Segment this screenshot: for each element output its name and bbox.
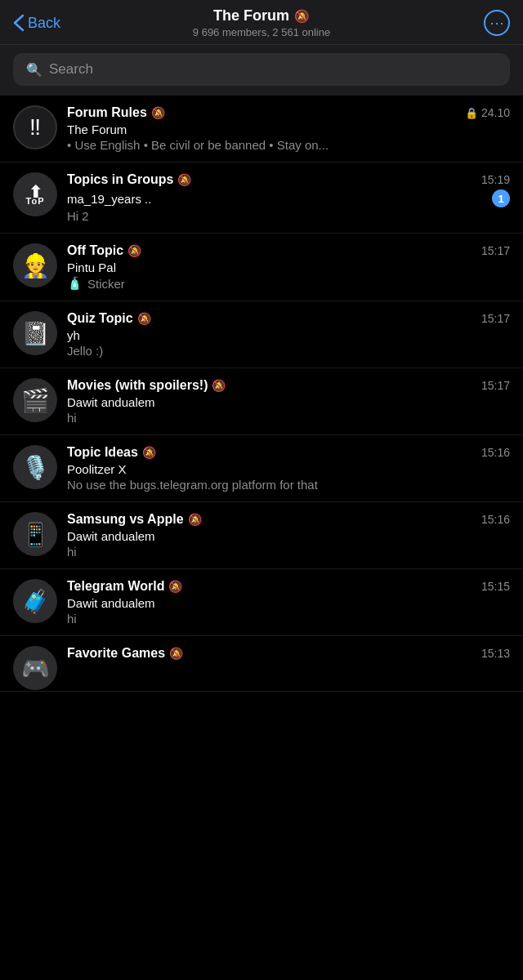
search-input[interactable]: 🔍 Search [13,53,510,86]
chat-sender: Pintu Pal [67,261,116,274]
header-title: The Forum 🔕 [193,7,330,24]
chat-content: Telegram World 🔕 15:15 Dawit andualem hi [67,579,510,626]
chat-name: Favorite Games 🔕 [67,646,183,661]
unread-badge: 1 [492,189,510,207]
header-center: The Forum 🔕 9 696 members, 2 561 online [193,7,330,38]
muted-icon: 🔕 [151,106,165,119]
chat-name: Quiz Topic 🔕 [67,311,151,326]
mute-icon: 🔕 [294,9,310,24]
avatar: 📱 [13,512,57,556]
lock-icon: 🔒 [465,107,478,119]
chat-preview: Jello :) [67,344,510,358]
chat-time: 15:19 [481,173,510,186]
search-bar: 🔍 Search [0,45,523,96]
list-item[interactable]: ⬆ ToP Topics in Groups 🔕 15:19 ma_19_yea… [0,163,523,234]
list-item[interactable]: ‼️ Forum Rules 🔕 🔒 24.10 The Forum • Use… [0,96,523,163]
muted-icon: 🔕 [137,312,151,325]
chat-sender: Dawit andualem [67,395,155,409]
avatar: 🎙️ [13,445,57,489]
avatar: ‼️ [13,105,57,149]
list-item[interactable]: 👷 Off Topic 🔕 15:17 Pintu Pal 🧴 Sticker [0,234,523,301]
chat-time: 🔒 24.10 [465,106,510,119]
list-item[interactable]: 📱 Samsung vs Apple 🔕 15:16 Dawit anduale… [0,502,523,569]
chat-sender: yh [67,328,80,342]
chat-name: Forum Rules 🔕 [67,105,165,120]
chat-time: 15:15 [481,580,510,593]
chat-content: Topic Ideas 🔕 15:16 Poolitzer X No use t… [67,445,510,492]
avatar: 🧳 [13,579,57,623]
search-icon: 🔍 [26,62,42,78]
chat-content: Off Topic 🔕 15:17 Pintu Pal 🧴 Sticker [67,243,510,291]
chat-time: 15:13 [481,647,510,660]
back-label: Back [28,15,60,32]
chat-preview: No use the bugs.telegram.org platform fo… [67,478,510,492]
chat-name: Samsung vs Apple 🔕 [67,512,202,527]
chat-list: ‼️ Forum Rules 🔕 🔒 24.10 The Forum • Use… [0,96,523,692]
list-item[interactable]: 🎙️ Topic Ideas 🔕 15:16 Poolitzer X No us… [0,435,523,502]
chat-name: Telegram World 🔕 [67,579,182,594]
avatar: 📓 [13,311,57,355]
chat-preview: Hi 2 [67,209,510,223]
chat-time: 15:17 [481,312,510,325]
chat-preview: 🧴 Sticker [67,276,510,291]
chat-preview: hi [67,545,510,559]
list-item[interactable]: 🎮 Favorite Games 🔕 15:13 [0,636,523,692]
chat-content: Favorite Games 🔕 15:13 [67,646,510,665]
chat-time: 15:17 [481,244,510,257]
header-subtitle: 9 696 members, 2 561 online [193,26,330,38]
muted-icon: 🔕 [142,446,156,459]
muted-icon: 🔕 [212,379,226,392]
chat-content: Samsung vs Apple 🔕 15:16 Dawit andualem … [67,512,510,559]
search-placeholder: Search [49,61,93,78]
muted-icon: 🔕 [169,647,183,660]
list-item[interactable]: 🧳 Telegram World 🔕 15:15 Dawit andualem … [0,569,523,636]
avatar: 🎮 [13,646,57,690]
chat-content: Movies (with spoilers!) 🔕 15:17 Dawit an… [67,378,510,425]
muted-icon: 🔕 [177,173,191,186]
muted-icon: 🔕 [127,244,141,257]
chat-sender: Dawit andualem [67,596,155,610]
muted-icon: 🔕 [188,513,202,526]
chat-time: 15:17 [481,379,510,392]
chat-preview: hi [67,411,510,425]
chat-content: Quiz Topic 🔕 15:17 yh Jello :) [67,311,510,358]
chat-time: 15:16 [481,513,510,526]
avatar: 🎬 [13,378,57,422]
chat-name: Topics in Groups 🔕 [67,172,191,187]
chat-content: Topics in Groups 🔕 15:19 ma_19_years .. … [67,172,510,223]
chat-name: Movies (with spoilers!) 🔕 [67,378,226,393]
chat-preview: hi [67,612,510,626]
chat-sender: ma_19_years .. [67,192,151,206]
muted-icon: 🔕 [168,580,182,593]
list-item[interactable]: 📓 Quiz Topic 🔕 15:17 yh Jello :) [0,301,523,368]
list-item[interactable]: 🎬 Movies (with spoilers!) 🔕 15:17 Dawit … [0,368,523,435]
avatar: 👷 [13,243,57,287]
avatar: ⬆ ToP [13,172,57,216]
chat-content: Forum Rules 🔕 🔒 24.10 The Forum • Use En… [67,105,510,152]
back-button[interactable]: Back [13,14,60,32]
chat-time: 15:16 [481,446,510,459]
chat-sender: The Forum [67,122,127,136]
chat-name: Topic Ideas 🔕 [67,445,156,460]
chat-sender: Dawit andualem [67,529,155,543]
header: Back The Forum 🔕 9 696 members, 2 561 on… [0,0,523,45]
more-button[interactable]: ⋯ [484,10,510,36]
chat-sender: Poolitzer X [67,462,127,476]
chat-preview: • Use English • Be civil or be banned • … [67,138,510,152]
chat-name: Off Topic 🔕 [67,243,141,258]
